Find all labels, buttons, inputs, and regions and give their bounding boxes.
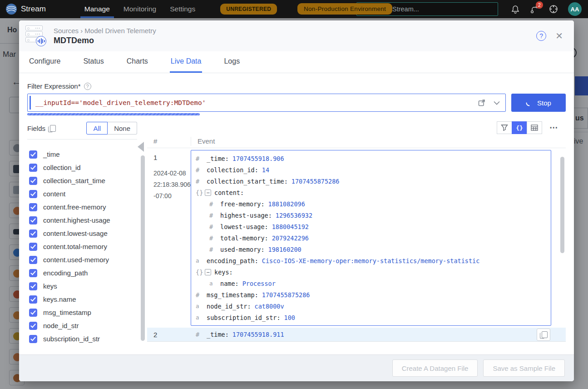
more-options-icon[interactable]: ⋯ <box>549 125 558 130</box>
chevron-down-icon[interactable] <box>494 101 500 105</box>
field-value[interactable]: cat8000v <box>255 303 284 310</box>
field-checkbox-row[interactable]: keys <box>27 279 137 293</box>
brand[interactable]: Stream <box>0 3 46 15</box>
copy-event-button[interactable] <box>537 329 550 341</box>
checkbox-checked-icon[interactable] <box>29 295 37 304</box>
field-checkbox-row[interactable]: content <box>27 187 137 200</box>
checkbox-checked-icon[interactable] <box>29 177 37 185</box>
field-checkbox-row[interactable]: content.total-memory <box>27 240 137 253</box>
checkbox-checked-icon[interactable] <box>29 309 37 317</box>
field-checkbox-row[interactable]: content.free-memory <box>27 200 137 214</box>
filter-expression-input[interactable]: __inputId=='model_driven_telemetry:MDTDe… <box>27 94 506 112</box>
checkbox-checked-icon[interactable] <box>29 150 37 159</box>
field-checkbox-row[interactable]: _time <box>27 148 137 161</box>
fields-scrollbar[interactable] <box>141 155 145 341</box>
field-value[interactable]: 198160200 <box>268 246 301 253</box>
field-checkbox-row[interactable]: collection_start_time <box>27 174 137 187</box>
field-key[interactable]: encoding_path <box>207 257 258 264</box>
checkbox-checked-icon[interactable] <box>29 216 37 224</box>
field-key[interactable]: collection_start_time <box>207 178 288 185</box>
breadcrumb[interactable]: Sources › Model Driven Telemetry <box>54 27 156 35</box>
checkbox-checked-icon[interactable] <box>29 256 37 264</box>
event-row-1[interactable]: 1 2024-02-0822:18:38.906-07:00 # <box>147 148 566 326</box>
field-key[interactable]: lowest-usage <box>220 223 268 230</box>
field-key[interactable]: node_id_str <box>207 303 251 310</box>
field-checkbox-row[interactable]: content.highest-usage <box>27 214 137 227</box>
event-row-2[interactable]: 2 # _time 1707455918.911 <box>147 328 566 342</box>
event-json-view[interactable]: # _time 1707455918.906 # <box>191 150 551 326</box>
field-value[interactable]: 1880045192 <box>272 223 309 230</box>
tab[interactable]: Configure <box>28 51 61 73</box>
table-view-button[interactable] <box>527 121 542 134</box>
field-checkbox-row[interactable]: node_id_str <box>27 319 137 332</box>
tab[interactable]: Logs <box>223 51 241 73</box>
field-checkbox-row[interactable]: subscription_id_str <box>27 332 137 343</box>
copy-fields-icon[interactable] <box>50 125 56 132</box>
nav-item[interactable]: Settings <box>163 0 202 18</box>
tab-label: Live Data <box>171 57 202 65</box>
field-key[interactable]: keys <box>214 269 233 276</box>
field-value[interactable]: Cisco-IOS-XE-memory-oper:memory-statisti… <box>262 257 480 264</box>
tab[interactable]: Charts <box>126 51 149 73</box>
json-view-button[interactable]: {} <box>512 121 527 134</box>
expand-editor-icon[interactable] <box>477 98 486 107</box>
stop-button[interactable]: Stop <box>511 94 566 112</box>
events-scrollbar[interactable] <box>560 157 564 253</box>
notifications-bell-icon[interactable] <box>511 5 520 14</box>
tab[interactable]: Status <box>82 51 104 73</box>
checkbox-checked-icon[interactable] <box>29 190 37 198</box>
field-checkbox-row[interactable]: msg_timestamp <box>27 306 137 319</box>
nav-item[interactable]: Monitoring <box>117 0 163 18</box>
field-key[interactable]: collection_id <box>207 166 258 174</box>
field-value[interactable]: 1707455875286 <box>262 291 310 299</box>
field-checkbox-row[interactable]: content.used-memory <box>27 253 137 266</box>
field-key[interactable]: _time <box>207 155 229 162</box>
event-field-line: # highest-usage 1296536932 <box>196 209 546 221</box>
field-checkbox-row[interactable]: collection_id <box>27 161 137 174</box>
checkbox-checked-icon[interactable] <box>29 164 37 172</box>
commits-branch-icon[interactable]: 2 <box>530 5 539 14</box>
checkbox-checked-icon[interactable] <box>29 229 37 238</box>
field-key[interactable]: subscription_id_str <box>207 314 281 321</box>
field-checkbox-row[interactable]: encoding_path <box>27 266 137 279</box>
field-key[interactable]: msg_timestamp <box>207 291 258 299</box>
field-value[interactable]: 1707455875286 <box>292 178 340 185</box>
field-value[interactable]: 1707455918.906 <box>232 155 284 162</box>
globe-icon[interactable] <box>549 5 558 14</box>
create-datagen-file-button[interactable]: Create A Datagen File <box>392 359 478 377</box>
tab[interactable]: Live Data <box>170 51 203 73</box>
field-value[interactable]: 14 <box>262 166 269 174</box>
field-value[interactable]: Processor <box>242 280 276 287</box>
filter-help-icon[interactable]: ? <box>84 83 91 90</box>
field-key[interactable]: content <box>214 189 244 196</box>
field-key[interactable]: used-memory <box>220 246 265 253</box>
checkbox-checked-icon[interactable] <box>29 322 37 330</box>
field-value[interactable]: 2079242296 <box>272 234 309 242</box>
checkbox-checked-icon[interactable] <box>29 269 37 277</box>
filter-view-button[interactable] <box>497 121 512 134</box>
modal-help-icon[interactable]: ? <box>536 31 546 41</box>
select-none-button[interactable]: None <box>108 122 137 135</box>
collapse-toggle-icon[interactable]: − <box>205 269 211 275</box>
collapse-toggle-icon[interactable]: − <box>205 190 211 196</box>
nav-item[interactable]: Manage <box>78 0 117 18</box>
checkbox-checked-icon[interactable] <box>29 282 37 290</box>
field-value[interactable]: 1881082096 <box>268 200 305 208</box>
field-key[interactable]: name <box>220 280 239 287</box>
close-icon[interactable]: ✕ <box>555 30 563 41</box>
field-key[interactable]: total-memory <box>220 234 268 242</box>
field-value[interactable]: 100 <box>284 314 295 321</box>
checkbox-checked-icon[interactable] <box>29 243 37 251</box>
field-key[interactable]: highest-usage <box>220 212 272 219</box>
type-glyph-icon: # <box>196 331 207 338</box>
collapse-panel-handle-icon[interactable] <box>138 142 144 152</box>
avatar[interactable]: AA <box>568 2 582 16</box>
checkbox-checked-icon[interactable] <box>29 335 37 343</box>
checkbox-checked-icon[interactable] <box>29 203 37 211</box>
select-all-button[interactable]: All <box>86 122 108 135</box>
save-as-sample-file-button[interactable]: Save as Sample File <box>483 359 565 377</box>
field-checkbox-row[interactable]: keys.name <box>27 293 137 306</box>
field-value[interactable]: 1296536932 <box>276 212 312 219</box>
field-checkbox-row[interactable]: content.lowest-usage <box>27 227 137 240</box>
field-key[interactable]: free-memory <box>220 200 265 208</box>
